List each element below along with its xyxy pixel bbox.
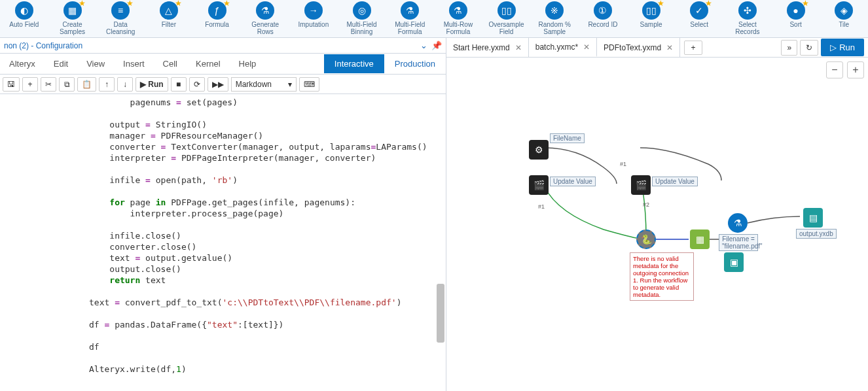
zoom-in-button[interactable]: + xyxy=(847,61,864,78)
tool-icon: ● xyxy=(787,1,805,20)
close-icon[interactable]: ✕ xyxy=(583,42,590,52)
tool-icon: ✣ xyxy=(738,1,757,20)
move-up-button[interactable]: ↑ xyxy=(99,77,115,92)
tool-icon: ◎ xyxy=(353,1,371,20)
action-node-2[interactable]: 🎬 xyxy=(631,175,651,195)
tool-icon: ⚗ xyxy=(256,1,274,20)
pin-icon[interactable]: 📌 xyxy=(431,41,442,50)
restart-button[interactable]: ⟳ xyxy=(189,77,205,92)
mode-interactive[interactable]: Interactive xyxy=(324,54,384,73)
macro-output-node[interactable]: ▣ xyxy=(724,252,744,272)
ribbon-tool-filter[interactable]: △Filter xyxy=(145,0,193,37)
ribbon-tool-formula[interactable]: ƒFormula xyxy=(193,0,242,37)
node-label-update2: Update Value xyxy=(652,177,698,186)
cut-button[interactable]: ✂ xyxy=(41,77,56,92)
ribbon-tool-multi-field-formula[interactable]: ⚗Multi-Field Formula xyxy=(386,0,434,37)
close-icon[interactable]: ✕ xyxy=(666,43,673,52)
close-icon[interactable]: ✕ xyxy=(515,43,522,52)
keyboard-button[interactable]: ⌨ xyxy=(299,77,319,92)
node-label-filename: FileName xyxy=(550,133,585,143)
select-node[interactable]: ▦ xyxy=(690,230,710,249)
ribbon-tool-multi-field-binning[interactable]: ◎Multi-Field Binning xyxy=(338,0,386,37)
output-data-node[interactable]: ▤ xyxy=(803,208,823,228)
workflow-tabs: Start Here.yxmd ✕ batch.yxmc* ✕ PDFtoTex… xyxy=(446,38,868,58)
overflow-button[interactable]: » xyxy=(781,40,797,56)
ribbon-tool-select-records[interactable]: ✣Select Records xyxy=(723,0,772,37)
tool-label: Filter xyxy=(162,21,176,28)
node-label-output: output.yxdb xyxy=(796,229,837,239)
jupyter-menubar: Alteryx Edit View Insert Cell Kernel Hel… xyxy=(0,54,446,75)
tool-icon: ≡ xyxy=(111,1,130,20)
ribbon-tool-generate-rows[interactable]: ⚗Generate Rows xyxy=(241,0,289,37)
add-tab-button[interactable]: + xyxy=(684,41,702,55)
conn-label: #1 xyxy=(538,203,545,210)
cell-type-select[interactable]: Markdown ▾ xyxy=(231,77,297,92)
tool-label: Sample xyxy=(640,21,662,28)
tab-batch[interactable]: batch.yxmc* ✕ xyxy=(529,38,597,57)
tool-label: Create Samples xyxy=(52,21,93,35)
node-label-update1: Update Value xyxy=(550,177,596,186)
ribbon-tool-random-%-sample[interactable]: ※Random % Sample xyxy=(530,0,579,37)
ribbon-tool-imputation[interactable]: →Imputation xyxy=(289,0,338,37)
tool-label: Select xyxy=(690,21,708,28)
copy-button[interactable]: ⧉ xyxy=(59,77,75,92)
menu-insert[interactable]: Insert xyxy=(114,59,154,69)
tool-icon: → xyxy=(304,1,323,20)
tool-icon: ① xyxy=(594,1,612,20)
conn-label: #2 xyxy=(643,201,649,208)
stop-button[interactable]: ■ xyxy=(171,77,187,92)
ribbon-tool-record-id[interactable]: ①Record ID xyxy=(579,0,627,37)
tab-label: Start Here.yxmd xyxy=(453,43,510,52)
mode-production[interactable]: Production xyxy=(384,54,446,73)
tab-pdftotext[interactable]: PDFtoText.yxmd ✕ xyxy=(597,38,680,57)
ribbon-tool-multi-row-formula[interactable]: ⚗Multi-Row Formula xyxy=(434,0,482,37)
ribbon-tool-data-cleansing[interactable]: ≡Data Cleansing xyxy=(96,0,145,37)
ribbon-tool-sort[interactable]: ●Sort xyxy=(772,0,820,37)
restart-run-all-button[interactable]: ▶▶ xyxy=(208,77,228,92)
formula-node[interactable]: ⚗ xyxy=(728,213,748,233)
history-button[interactable]: ↻ xyxy=(800,40,818,56)
workflow-canvas[interactable]: ⚙ FileName 🎬 Update Value #1 🎬 Update Va… xyxy=(446,82,868,391)
tool-label: Sort xyxy=(789,21,801,28)
zoom-out-button[interactable]: − xyxy=(826,61,843,78)
ribbon-tool-create-samples[interactable]: ▦Create Samples xyxy=(48,0,97,37)
configuration-pane: non (2) - Configuration ⌄ 📌 Alteryx Edit… xyxy=(0,38,446,391)
ribbon-tool-oversample-field[interactable]: ▯▯Oversample Field xyxy=(482,0,531,37)
cell-type-label: Markdown xyxy=(236,80,272,89)
run-cell-button[interactable]: ▶ Run xyxy=(136,77,168,92)
ribbon-tool-sample[interactable]: ▯▯Sample xyxy=(627,0,676,37)
macro-input-node[interactable]: ⚙ xyxy=(529,140,549,160)
code-editor[interactable]: pagenums = set(pages) output = StringIO(… xyxy=(0,94,446,391)
menu-alteryx[interactable]: Alteryx xyxy=(0,59,45,69)
python-node[interactable]: 🐍 xyxy=(636,230,656,249)
save-button[interactable]: 🖫 xyxy=(3,77,20,92)
tool-label: Multi-Row Formula xyxy=(438,21,479,35)
tool-label: Select Records xyxy=(727,21,768,35)
add-cell-button[interactable]: + xyxy=(22,77,38,92)
ribbon-tool-select[interactable]: ✓Select xyxy=(675,0,723,37)
run-workflow-button[interactable]: ▷ Run xyxy=(821,39,864,56)
ribbon-tool-tile[interactable]: ◈Tile xyxy=(820,0,868,37)
scrollbar-thumb[interactable] xyxy=(437,284,444,343)
tab-start-here[interactable]: Start Here.yxmd ✕ xyxy=(446,38,529,57)
menu-kernel[interactable]: Kernel xyxy=(187,59,230,69)
move-down-button[interactable]: ↓ xyxy=(117,77,133,92)
ribbon-tool-auto-field[interactable]: ◐Auto Field xyxy=(0,0,48,37)
paste-button[interactable]: 📋 xyxy=(77,77,96,92)
menu-help[interactable]: Help xyxy=(230,59,266,69)
run-label: Run xyxy=(839,42,855,52)
menu-edit[interactable]: Edit xyxy=(45,59,77,69)
tool-icon: △ xyxy=(160,1,178,20)
collapse-icon[interactable]: ⌄ xyxy=(420,41,427,50)
node-label-formula: Filename = "filename.pdf" xyxy=(719,234,758,251)
action-node-1[interactable]: 🎬 xyxy=(529,175,549,195)
tool-label: Random % Sample xyxy=(534,21,575,35)
tool-icon: ◐ xyxy=(15,1,33,20)
tool-icon: ✓ xyxy=(690,1,708,20)
tool-label: Formula xyxy=(205,21,229,28)
tool-label: Imputation xyxy=(298,21,329,28)
tool-icon: ⚗ xyxy=(449,1,467,20)
menu-cell[interactable]: Cell xyxy=(154,59,187,69)
tab-label: batch.yxmc* xyxy=(535,42,578,52)
menu-view[interactable]: View xyxy=(77,59,114,69)
